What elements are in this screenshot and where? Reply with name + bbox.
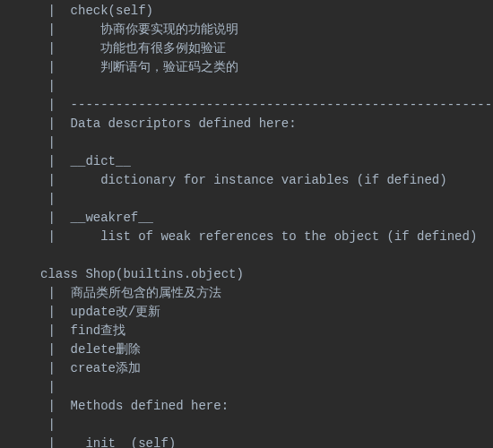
code-line: | [0, 77, 493, 96]
blank-line [0, 246, 493, 265]
help-output: | check(self) | 协商你要实现的功能说明 | 功能也有很多例如验证… [0, 2, 493, 448]
code-line: | __init__(self) [0, 435, 493, 448]
code-line: | 功能也有很多例如验证 [0, 39, 493, 58]
code-line: | 商品类所包含的属性及方法 [0, 284, 493, 303]
code-line: | __weakref__ [0, 209, 493, 228]
code-line: | Methods defined here: [0, 397, 493, 416]
code-line: | 协商你要实现的功能说明 [0, 21, 493, 39]
code-line: | check(self) [0, 2, 493, 21]
code-line: | list of weak references to the object … [0, 228, 493, 246]
code-line: | dictionary for instance variables (if … [0, 171, 493, 190]
code-line: | find查找 [0, 322, 493, 340]
separator-line: | --------------------------------------… [0, 96, 493, 115]
code-line: | Data descriptors defined here: [0, 115, 493, 134]
code-line: | [0, 190, 493, 209]
code-line: | [0, 378, 493, 397]
code-line: | delete删除 [0, 340, 493, 359]
code-line: | 判断语句，验证码之类的 [0, 58, 493, 77]
code-line: | __dict__ [0, 152, 493, 171]
code-line: | update改/更新 [0, 303, 493, 322]
class-def-line: class Shop(builtins.object) [0, 265, 493, 284]
code-line: | create添加 [0, 359, 493, 378]
code-line: | [0, 416, 493, 435]
code-line: | [0, 134, 493, 152]
